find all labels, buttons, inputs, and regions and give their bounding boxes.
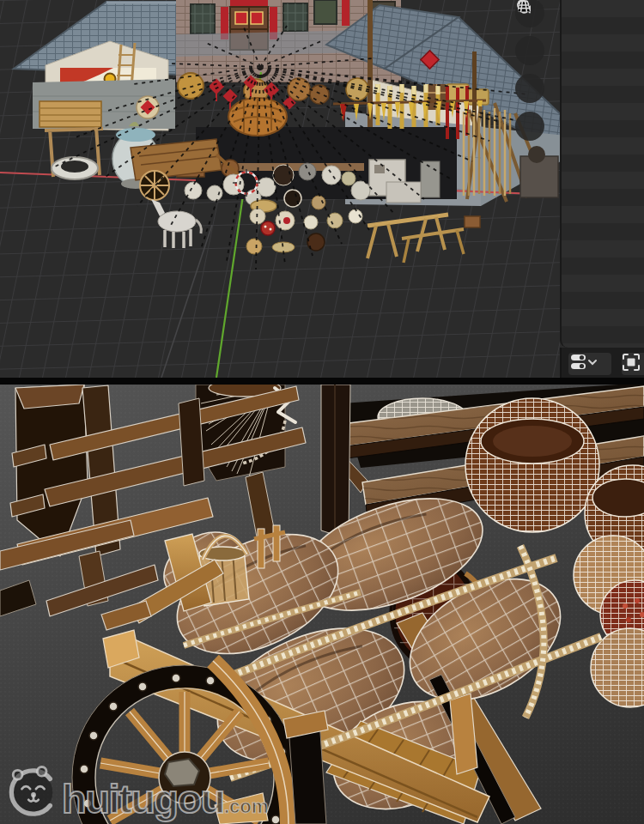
panel-footer <box>560 348 644 378</box>
wireframe-render-view[interactable]: huitugou .com <box>0 385 644 824</box>
viewport-scene-canvas <box>0 0 644 378</box>
3d-viewport-top[interactable] <box>0 0 644 378</box>
watermark-suffix-text: .com <box>224 797 268 819</box>
watermark-dog-logo-icon <box>7 766 60 819</box>
viewport-nav-gizmos <box>515 0 544 149</box>
screenshot-separator <box>0 378 644 385</box>
properties-panel <box>560 0 644 348</box>
render-canvas <box>0 385 644 824</box>
orthographic-grid-button[interactable] <box>515 112 544 141</box>
watermark: huitugou .com <box>7 766 268 819</box>
camera-view-button[interactable] <box>515 74 544 103</box>
orthographic-grid-icon <box>515 0 532 15</box>
maximize-region-button[interactable] <box>622 353 644 375</box>
watermark-brand-text: huitugou <box>62 779 224 819</box>
maximize-region-icon <box>622 353 641 372</box>
toggle-switches-dropdown-button[interactable] <box>568 353 611 375</box>
pan-button[interactable] <box>515 36 544 65</box>
screenshot-stage: huitugou .com <box>0 0 644 824</box>
toggle-switches-dropdown-icon <box>568 353 598 372</box>
big-basket <box>465 398 599 532</box>
